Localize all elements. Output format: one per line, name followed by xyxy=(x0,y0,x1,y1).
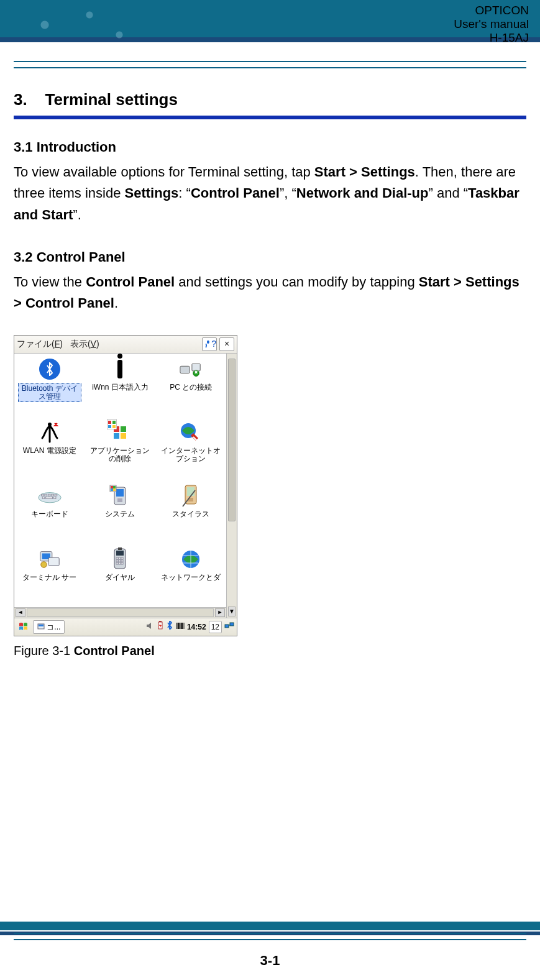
horizontal-scrollbar[interactable]: ◄ ► xyxy=(14,607,226,618)
app-remove-icon xyxy=(108,421,132,444)
section-title: Terminal settings xyxy=(45,90,178,109)
figure-caption: Figure 3-1 Control Panel xyxy=(14,641,526,661)
screenshot-body: Bluetooth デバイス管理 iWnn 日本語入力 PC との接続 xyxy=(14,354,237,618)
svg-point-3 xyxy=(193,370,199,377)
cp-icon-keyboard[interactable]: キーボード xyxy=(14,480,85,544)
hscroll-track[interactable] xyxy=(27,608,214,617)
menu-view-prefix: 表示( xyxy=(70,339,91,349)
cp-icon-iwnn[interactable]: iWnn 日本語入力 xyxy=(85,354,156,417)
cp-label: スタイラス xyxy=(172,510,209,518)
menu-view-accel: V xyxy=(91,339,96,349)
system-tray: 14:52 12 xyxy=(146,621,237,634)
windows-flag-icon xyxy=(18,621,29,633)
bluetooth-icon xyxy=(38,357,62,381)
svg-rect-12 xyxy=(108,425,111,428)
tray-battery-icon[interactable] xyxy=(157,621,163,633)
figure-title: Control Panel xyxy=(74,644,155,657)
tray-barcode-icon[interactable] xyxy=(176,621,185,633)
menu-view-suffix: ) xyxy=(96,339,99,349)
stylus-icon xyxy=(179,484,203,508)
close-button[interactable]: × xyxy=(219,337,234,351)
svg-rect-50 xyxy=(118,547,122,550)
vscroll-thumb[interactable] xyxy=(228,359,236,521)
tray-bluetooth-icon[interactable] xyxy=(166,621,173,633)
vscroll-down-arrow-icon[interactable]: ▼ xyxy=(228,607,236,616)
svg-rect-8 xyxy=(121,433,126,439)
control-panel-taskbar-icon xyxy=(37,623,45,631)
svg-rect-6 xyxy=(121,426,126,432)
tray-volume-icon[interactable] xyxy=(146,621,155,633)
header-line-2: User's manual xyxy=(454,17,529,31)
keyboard-icon xyxy=(38,484,62,508)
cp-label: アプリケーションの削除 xyxy=(90,447,150,463)
system-icon xyxy=(108,484,132,508)
svg-rect-13 xyxy=(112,425,116,428)
menubar: ファイル(F) 表示(V) ? × xyxy=(14,336,237,354)
help-question-mark: ? xyxy=(211,337,216,351)
header-line-3: H-15AJ xyxy=(454,31,529,45)
figure-label: Figure 3-1 xyxy=(14,644,74,657)
cp-label: システム xyxy=(105,510,135,518)
cp-icon-network-dialup[interactable]: ネットワークとダ xyxy=(155,544,226,607)
svg-rect-37 xyxy=(48,557,59,566)
svg-rect-23 xyxy=(53,497,56,499)
start-button[interactable] xyxy=(17,621,30,633)
hscroll-left-arrow-icon[interactable]: ◄ xyxy=(16,608,25,617)
menu-view[interactable]: 表示(V) xyxy=(70,337,99,351)
cp-label: ターミナル サー xyxy=(22,574,76,582)
tray-network-icon[interactable] xyxy=(224,621,234,633)
section-heading: 3. Terminal settings xyxy=(14,87,526,112)
hscroll-right-arrow-icon[interactable]: ► xyxy=(215,608,225,617)
cp-icon-stylus[interactable]: スタイラス xyxy=(155,480,226,544)
svg-rect-0 xyxy=(207,341,209,344)
page-number: 3-1 xyxy=(0,953,540,969)
cp-label: Bluetooth デバイス管理 xyxy=(18,383,81,402)
taskbar: コ... 14:52 12 xyxy=(14,618,237,636)
svg-rect-28 xyxy=(111,486,113,488)
menu-file[interactable]: ファイル(F) xyxy=(17,337,63,351)
cp-label: ダイヤル xyxy=(105,574,135,582)
svg-rect-10 xyxy=(108,421,111,424)
bold-run: Control Panel xyxy=(191,185,280,201)
icon-area: Bluetooth デバイス管理 iWnn 日本語入力 PC との接続 xyxy=(14,354,226,618)
footer-band xyxy=(0,922,540,930)
header-rule xyxy=(14,61,526,68)
subsection-3-2-heading: 3.2 Control Panel xyxy=(14,247,526,268)
wlan-power-icon xyxy=(38,421,62,444)
svg-rect-46 xyxy=(121,560,123,562)
svg-rect-45 xyxy=(119,560,121,562)
svg-point-38 xyxy=(41,562,47,568)
svg-rect-1 xyxy=(180,366,190,373)
taskbar-app-button[interactable]: コ... xyxy=(33,620,65,634)
cp-label: ネットワークとダ xyxy=(161,574,221,582)
taskbar-app-label: コ... xyxy=(47,623,60,631)
cp-icon-bluetooth[interactable]: Bluetooth デバイス管理 xyxy=(14,354,85,417)
cp-icon-app-remove[interactable]: アプリケーションの削除 xyxy=(85,417,156,480)
tray-sip-indicator[interactable]: 12 xyxy=(209,621,222,634)
cp-icon-terminal-server[interactable]: ターミナル サー xyxy=(14,544,85,607)
bold-run: Settings xyxy=(125,185,179,201)
cp-icon-dial[interactable]: ダイヤル xyxy=(85,544,156,607)
help-button[interactable]: ? xyxy=(202,337,217,351)
tray-clock[interactable]: 14:52 xyxy=(187,621,206,633)
embedded-screenshot: ファイル(F) 表示(V) ? × xyxy=(14,335,237,636)
cp-icon-internet-options[interactable]: インターネットオプション xyxy=(155,417,226,480)
cp-label: インターネットオプション xyxy=(161,447,221,463)
cp-icon-wlan-power[interactable]: WLAN 電源設定 xyxy=(14,417,85,480)
section-number: 3. xyxy=(14,90,27,109)
pc-connection-icon xyxy=(179,357,203,381)
svg-rect-26 xyxy=(117,498,122,502)
header-text-block: OPTICON User's manual H-15AJ xyxy=(454,4,529,45)
svg-rect-18 xyxy=(48,494,50,496)
vertical-scrollbar[interactable]: ▼ xyxy=(226,354,237,618)
svg-rect-17 xyxy=(45,494,47,496)
terminal-server-icon xyxy=(38,547,62,571)
footer-rule xyxy=(14,933,526,940)
svg-rect-44 xyxy=(116,560,118,562)
svg-rect-31 xyxy=(113,488,116,491)
svg-rect-43 xyxy=(121,557,123,559)
bold-run: Control Panel xyxy=(86,274,175,290)
cp-icon-system[interactable]: システム xyxy=(85,480,156,544)
cp-icon-pc-connection[interactable]: PC との接続 xyxy=(155,354,226,417)
network-dialup-icon xyxy=(179,547,203,571)
